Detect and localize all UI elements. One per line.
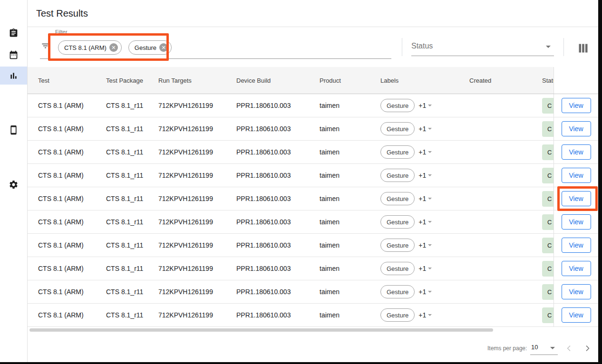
cell-run-targets: 712KPVH1261199 (158, 172, 236, 179)
label-chip: Gesture (380, 145, 415, 159)
status-badge: C (542, 121, 553, 137)
table-row: CTS 8.1 (ARM) CTS 8.1_r11 712KPVH1261199… (28, 187, 598, 211)
filter-icon[interactable] (41, 41, 50, 52)
cell-device-build: PPR1.180610.003 (236, 102, 320, 109)
more-labels-dropdown[interactable]: +1 (418, 288, 432, 296)
view-button[interactable]: View (562, 144, 591, 160)
sidebar (0, 0, 28, 362)
sidebar-item-test-results[interactable] (0, 67, 27, 85)
sidebar-item-devices[interactable] (0, 119, 27, 140)
chevron-down-icon (428, 314, 432, 316)
status-badge: C (542, 238, 553, 253)
bar-chart-icon (9, 71, 19, 81)
cell-run-targets: 712KPVH1261199 (158, 265, 236, 272)
cell-test-package: CTS 8.1_r11 (106, 172, 158, 179)
column-header-status: Status (542, 77, 553, 84)
more-labels-dropdown[interactable]: +1 (418, 218, 432, 226)
cell-product: taimen (320, 125, 380, 133)
view-columns-icon[interactable] (579, 44, 588, 55)
table-header: Test Test Package Run Targets Device Bui… (28, 67, 598, 94)
view-button[interactable]: View (562, 214, 591, 230)
cell-product: taimen (320, 218, 380, 226)
column-header-labels: Labels (380, 77, 469, 84)
table-row: CTS 8.1 (ARM) CTS 8.1_r11 712KPVH1261199… (28, 257, 598, 280)
close-icon[interactable]: ✕ (109, 43, 118, 52)
cell-run-targets: 712KPVH1261199 (158, 102, 236, 109)
more-labels-dropdown[interactable]: +1 (418, 125, 432, 133)
more-labels-dropdown[interactable]: +1 (418, 148, 432, 156)
table-row: CTS 8.1 (ARM) CTS 8.1_r11 712KPVH1261199… (28, 234, 598, 257)
more-labels-count: +1 (418, 218, 426, 226)
label-chip-text: Gesture (387, 149, 408, 156)
cell-status: C (542, 257, 553, 280)
toolbar-divider (563, 38, 564, 56)
view-button[interactable]: View (562, 168, 591, 183)
filter-chip-label: Gesture (135, 44, 156, 51)
more-labels-dropdown[interactable]: +1 (418, 241, 432, 249)
more-labels-dropdown[interactable]: +1 (418, 195, 432, 202)
more-labels-count: +1 (418, 125, 426, 133)
cell-product: taimen (320, 172, 380, 179)
label-chip-text: Gesture (387, 195, 408, 202)
cell-status: C (542, 211, 553, 233)
chevron-down-icon (428, 221, 432, 223)
label-chip-text: Gesture (387, 265, 408, 272)
cell-device-build: PPR1.180610.003 (236, 311, 320, 319)
close-icon[interactable]: ✕ (159, 43, 168, 52)
sidebar-item-settings[interactable] (0, 174, 27, 195)
view-button[interactable]: View (562, 191, 591, 206)
view-button[interactable]: View (562, 238, 591, 253)
cell-actions: View (553, 234, 598, 257)
label-chip: Gesture (380, 308, 415, 322)
cell-labels: Gesture +1 (380, 239, 469, 252)
table-row: CTS 8.1 (ARM) CTS 8.1_r11 712KPVH1261199… (28, 211, 598, 234)
cell-test-package: CTS 8.1_r11 (106, 218, 158, 226)
view-button[interactable]: View (562, 261, 591, 276)
more-labels-dropdown[interactable]: +1 (418, 102, 432, 109)
more-labels-dropdown[interactable]: +1 (418, 311, 432, 319)
column-header-test: Test (28, 77, 106, 84)
cell-product: taimen (320, 241, 380, 249)
chevron-down-icon (546, 46, 551, 48)
window-edge-right (598, 0, 602, 364)
more-labels-dropdown[interactable]: +1 (418, 172, 432, 179)
filter-chip-gesture[interactable]: Gesture ✕ (128, 40, 172, 55)
column-header-product: Product (320, 77, 380, 84)
chevron-down-icon (428, 291, 432, 293)
view-button[interactable]: View (562, 307, 591, 323)
items-per-page-value[interactable]: 10 (531, 344, 538, 351)
toolbar-divider (402, 38, 402, 56)
label-chip: Gesture (380, 285, 415, 298)
previous-page-button[interactable] (565, 345, 573, 354)
next-page-button[interactable] (583, 345, 591, 354)
view-button[interactable]: View (562, 98, 591, 113)
calendar-icon (9, 50, 19, 60)
window-edge-bottom (0, 362, 602, 364)
filter-chip-cts[interactable]: CTS 8.1 (ARM) ✕ (58, 40, 122, 55)
cell-product: taimen (320, 195, 380, 202)
more-labels-dropdown[interactable]: +1 (418, 265, 432, 272)
table-row: CTS 8.1 (ARM) CTS 8.1_r11 712KPVH1261199… (28, 280, 598, 304)
sidebar-item-test-plans[interactable] (0, 22, 27, 43)
chevron-down-icon[interactable] (550, 347, 555, 349)
status-badge: C (542, 307, 553, 323)
horizontal-scrollbar-thumb[interactable] (29, 328, 493, 332)
cell-device-build: PPR1.180610.003 (236, 148, 320, 156)
view-button[interactable]: View (562, 284, 591, 299)
sidebar-item-scheduled-runs[interactable] (0, 44, 27, 65)
cell-run-targets: 712KPVH1261199 (158, 241, 236, 249)
label-chip: Gesture (380, 215, 415, 229)
cell-actions: View (553, 117, 598, 140)
label-chip: Gesture (380, 122, 415, 135)
chevron-down-icon (428, 174, 432, 176)
cell-test: CTS 8.1 (ARM) (28, 311, 106, 319)
filter-field-label: Filter (55, 29, 68, 35)
cell-actions: View (553, 141, 598, 163)
status-dropdown-underline[interactable] (411, 56, 554, 56)
more-labels-count: +1 (418, 195, 426, 202)
chevron-down-icon (428, 198, 432, 200)
cell-status: C (542, 94, 553, 117)
view-button[interactable]: View (562, 121, 591, 136)
items-per-page-underline (530, 354, 558, 355)
status-badge: C (542, 98, 553, 114)
